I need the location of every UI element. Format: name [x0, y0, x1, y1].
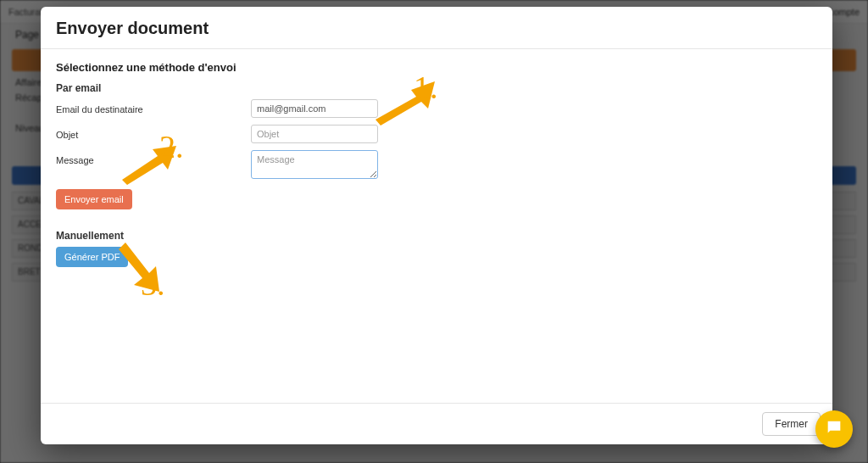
subject-input[interactable]: [251, 125, 378, 143]
recipient-label: Email du destinataire: [56, 99, 251, 114]
subject-row: Objet: [56, 125, 817, 143]
modal-title: Envoyer document: [56, 19, 817, 38]
manual-section-label: Manuellement: [56, 230, 817, 242]
modal-subtitle: Sélectionnez une méthode d'envoi: [56, 61, 817, 74]
recipient-row: Email du destinataire: [56, 99, 817, 118]
message-label: Message: [56, 150, 251, 165]
close-button[interactable]: Fermer: [762, 412, 821, 436]
annotation-3-label: 3.: [141, 268, 165, 300]
subject-label: Objet: [56, 125, 251, 140]
modal-body: Sélectionnez une méthode d'envoi Par ema…: [41, 49, 832, 403]
modal-footer: Fermer: [41, 403, 832, 444]
email-section-label: Par email: [56, 82, 817, 94]
chat-icon: [825, 418, 843, 440]
send-document-modal: Envoyer document Sélectionnez une méthod…: [41, 7, 832, 444]
modal-header: Envoyer document: [41, 7, 832, 49]
message-row: Message: [56, 150, 817, 182]
message-textarea[interactable]: [251, 150, 378, 179]
send-email-button[interactable]: Envoyer email: [56, 189, 132, 209]
generate-pdf-button[interactable]: Générer PDF: [56, 247, 128, 267]
chat-launcher[interactable]: [815, 410, 853, 448]
recipient-input[interactable]: [251, 99, 378, 118]
